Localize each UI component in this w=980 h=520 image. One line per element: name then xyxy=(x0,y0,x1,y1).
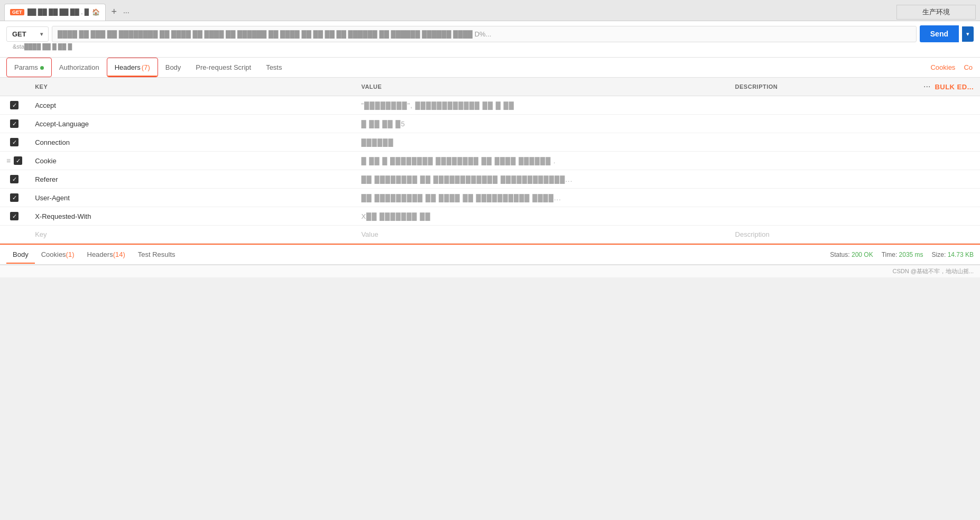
status-value: 200 OK xyxy=(852,251,873,258)
row-key[interactable]: User-Agent xyxy=(29,189,355,207)
send-button[interactable]: Send xyxy=(920,25,959,42)
active-tab[interactable]: GET ██ ██ ██ ██ ██ . █ 🏠 xyxy=(4,4,106,21)
table-options-button[interactable]: ··· xyxy=(923,82,930,91)
drag-handle-icon[interactable]: ≡ xyxy=(6,156,11,165)
tab-bar: GET ██ ██ ██ ██ ██ . █ 🏠 + ··· 生产环境 xyxy=(0,0,980,21)
url-bar-section: GET ▾ ████ ██ ███ ██ ████████ ██ ████ ██… xyxy=(0,21,980,58)
row-description[interactable] xyxy=(729,96,917,115)
tab-prerequest[interactable]: Pre-request Script xyxy=(188,58,258,77)
row-value[interactable]: X██ ███████ ██ xyxy=(355,207,728,226)
row-key[interactable]: Cookie xyxy=(29,152,355,170)
row-checkbox-cell: ✓ xyxy=(0,189,29,207)
tab-home-icon: 🏠 xyxy=(92,8,100,16)
table-header-row: KEY VALUE DESCRIPTION ··· Bulk Ed... xyxy=(0,78,980,96)
resp-tab-cookies[interactable]: Cookies(1) xyxy=(35,245,81,264)
row-value[interactable]: █ ██ █ ████████ ████████ ██ ████ ██████ … xyxy=(355,152,728,170)
row-checkbox[interactable]: ✓ xyxy=(14,156,22,165)
response-tabs-bar: Body Cookies(1) Headers(14) Test Results… xyxy=(0,244,980,265)
row-key[interactable]: X-Requested-With xyxy=(29,207,355,226)
response-stats: Status: 200 OK Time: 2035 ms Size: 14.73… xyxy=(830,251,974,258)
headers-count: (7) xyxy=(142,63,150,71)
method-label: GET xyxy=(12,30,26,38)
row-checkbox[interactable]: ✓ xyxy=(10,101,19,109)
empty-actions xyxy=(917,226,980,244)
row-checkbox-cell: ✓ xyxy=(0,207,29,226)
url-bar: GET ▾ ████ ██ ███ ██ ████████ ██ ████ ██… xyxy=(6,25,974,42)
row-checkbox-cell: ✓ xyxy=(0,96,29,115)
send-dropdown-button[interactable]: ▾ xyxy=(962,26,974,42)
headers-table: KEY VALUE DESCRIPTION ··· Bulk Ed... ✓Ac… xyxy=(0,78,980,244)
empty-value[interactable]: Value xyxy=(355,226,728,244)
resp-tab-test-results[interactable]: Test Results xyxy=(132,245,182,264)
col-value-header: VALUE xyxy=(355,78,728,96)
method-select[interactable]: GET ▾ xyxy=(6,26,49,42)
footer-credit: CSDN @基础不牢，地动山摇... xyxy=(892,268,974,274)
url-input[interactable]: ████ ██ ███ ██ ████████ ██ ████ ██ ████ … xyxy=(52,26,917,42)
row-value[interactable]: █ ██ ██ █5 xyxy=(355,115,728,133)
row-description[interactable] xyxy=(729,207,917,226)
empty-desc[interactable]: Description xyxy=(729,226,917,244)
col-actions-header: ··· Bulk Ed... xyxy=(917,78,980,96)
size-label: Size: 14.73 KB xyxy=(932,251,974,258)
col-checkbox-header xyxy=(0,78,29,96)
row-description[interactable] xyxy=(729,189,917,207)
resp-headers-label: Headers xyxy=(87,250,113,258)
row-value[interactable]: "████████", ████████████ ██ █ ██ xyxy=(355,96,728,115)
headers-tab-label: Headers xyxy=(115,63,141,71)
table-row: ✓Referer██ ████████ ██ ████████████ ████… xyxy=(0,170,980,189)
tab-params[interactable]: Params xyxy=(6,58,52,77)
resp-cookies-label: Cookies xyxy=(41,250,66,258)
tab-tests[interactable]: Tests xyxy=(258,58,289,77)
more-tabs-button[interactable]: ··· xyxy=(120,8,133,16)
col-desc-header: DESCRIPTION xyxy=(729,78,917,96)
row-description[interactable] xyxy=(729,115,917,133)
row-actions xyxy=(917,189,980,207)
tab-headers[interactable]: Headers(7) xyxy=(107,58,158,77)
tab-title: ██ ██ ██ ██ ██ . █ xyxy=(27,8,89,16)
new-tab-button[interactable]: + xyxy=(108,6,120,17)
row-actions xyxy=(917,152,980,170)
co-partial-label[interactable]: Co xyxy=(963,58,974,77)
row-key[interactable]: Referer xyxy=(29,170,355,189)
row-key[interactable]: Accept xyxy=(29,96,355,115)
status-label: Status: 200 OK xyxy=(830,251,873,258)
size-value: 14.73 KB xyxy=(948,251,974,258)
time-value: 2035 ms xyxy=(899,251,923,258)
tab-body[interactable]: Body xyxy=(158,58,189,77)
row-checkbox[interactable]: ✓ xyxy=(10,138,19,146)
row-checkbox[interactable]: ✓ xyxy=(10,119,19,128)
row-checkbox[interactable]: ✓ xyxy=(10,212,19,220)
col-key-header: KEY xyxy=(29,78,355,96)
table-row: ✓Accept"████████", ████████████ ██ █ ██ xyxy=(0,96,980,115)
tab-authorization[interactable]: Authorization xyxy=(52,58,107,77)
table-row: ≡✓Cookie█ ██ █ ████████ ████████ ██ ████… xyxy=(0,152,980,170)
empty-key[interactable]: Key xyxy=(29,226,355,244)
row-description[interactable] xyxy=(729,170,917,189)
headers-table-wrap: KEY VALUE DESCRIPTION ··· Bulk Ed... ✓Ac… xyxy=(0,78,980,244)
row-key[interactable]: Accept-Language xyxy=(29,115,355,133)
row-value[interactable]: ██ █████████ ██ ████ ██ ██████████ ████.… xyxy=(355,189,728,207)
bulk-edit-link[interactable]: Bulk Ed... xyxy=(935,83,974,91)
row-description[interactable] xyxy=(729,133,917,152)
environment-selector[interactable]: 生产环境 xyxy=(896,5,976,20)
row-value[interactable]: ██ ████████ ██ ████████████ ████████████… xyxy=(355,170,728,189)
resp-cookies-count: (1) xyxy=(66,250,75,258)
resp-tab-body[interactable]: Body xyxy=(6,245,35,264)
row-checkbox[interactable]: ✓ xyxy=(10,175,19,183)
tab-right-actions: Cookies Co xyxy=(927,58,974,77)
row-checkbox[interactable]: ✓ xyxy=(10,193,19,202)
resp-tab-headers[interactable]: Headers(14) xyxy=(81,245,132,264)
table-row: ✓Connection██████ xyxy=(0,133,980,152)
row-description[interactable] xyxy=(729,152,917,170)
url-subtext: &sta████ ██ █ ██ █ xyxy=(6,42,974,53)
table-row: ✓Accept-Language█ ██ ██ █5 xyxy=(0,115,980,133)
params-dot xyxy=(40,66,44,70)
row-key[interactable]: Connection xyxy=(29,133,355,152)
row-checkbox-cell: ≡✓ xyxy=(0,152,29,170)
resp-headers-count: (14) xyxy=(113,250,125,258)
cookies-link[interactable]: Cookies xyxy=(927,58,958,77)
params-label: Params xyxy=(14,63,38,71)
row-actions xyxy=(917,207,980,226)
row-value[interactable]: ██████ xyxy=(355,133,728,152)
empty-checkbox xyxy=(0,226,29,244)
